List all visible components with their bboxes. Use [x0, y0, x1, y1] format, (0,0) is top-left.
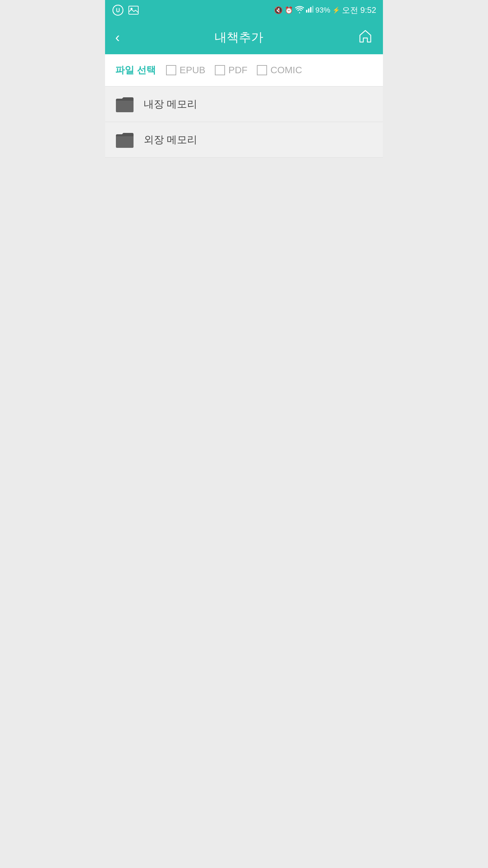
- home-button[interactable]: [358, 28, 373, 46]
- filter-options: EPUB PDF COMIC: [166, 65, 302, 76]
- external-memory-item[interactable]: 외장 메모리: [105, 122, 383, 158]
- battery-charging-icon: ⚡: [332, 6, 340, 14]
- comic-label: COMIC: [270, 65, 302, 76]
- svg-rect-7: [312, 6, 313, 13]
- internal-memory-label: 내장 메모리: [144, 97, 197, 111]
- svg-rect-5: [308, 8, 309, 13]
- wifi-icon: [295, 6, 304, 15]
- svg-rect-4: [306, 10, 307, 13]
- status-bar: U 🔇 ⏰: [105, 0, 383, 20]
- filter-label: 파일 선택: [115, 64, 156, 77]
- pdf-label: PDF: [228, 65, 247, 76]
- content-area: 내장 메모리 외장 메모리: [105, 86, 383, 158]
- filter-bar: 파일 선택 EPUB PDF COMIC: [105, 54, 383, 86]
- alarm-icon: ⏰: [285, 6, 293, 14]
- signal-icon: [306, 6, 313, 15]
- pdf-filter-option[interactable]: PDF: [215, 65, 247, 76]
- image-icon: [127, 4, 140, 16]
- external-memory-label: 외장 메모리: [144, 133, 197, 147]
- comic-filter-option[interactable]: COMIC: [257, 65, 302, 76]
- status-left-icons: U: [112, 4, 140, 16]
- epub-filter-option[interactable]: EPUB: [166, 65, 205, 76]
- folder-icon-2: [115, 132, 134, 148]
- u-logo-icon: U: [112, 4, 124, 16]
- svg-rect-6: [310, 7, 311, 13]
- page-title: 내책추가: [215, 29, 263, 46]
- pdf-checkbox[interactable]: [215, 65, 225, 75]
- mute-icon: 🔇: [274, 6, 283, 14]
- back-button[interactable]: ‹: [115, 31, 120, 44]
- battery-percent: 93%: [316, 6, 330, 15]
- svg-text:U: U: [116, 7, 120, 13]
- comic-checkbox[interactable]: [257, 65, 267, 75]
- file-list: 내장 메모리 외장 메모리: [105, 86, 383, 158]
- epub-label: EPUB: [180, 65, 205, 76]
- epub-checkbox[interactable]: [166, 65, 176, 75]
- status-right-icons: 🔇 ⏰ 93% ⚡ 오전 9:52: [274, 5, 376, 16]
- internal-memory-item[interactable]: 내장 메모리: [105, 86, 383, 122]
- nav-bar: ‹ 내책추가: [105, 20, 383, 54]
- folder-icon: [115, 96, 134, 112]
- time-label: 오전 9:52: [342, 5, 376, 16]
